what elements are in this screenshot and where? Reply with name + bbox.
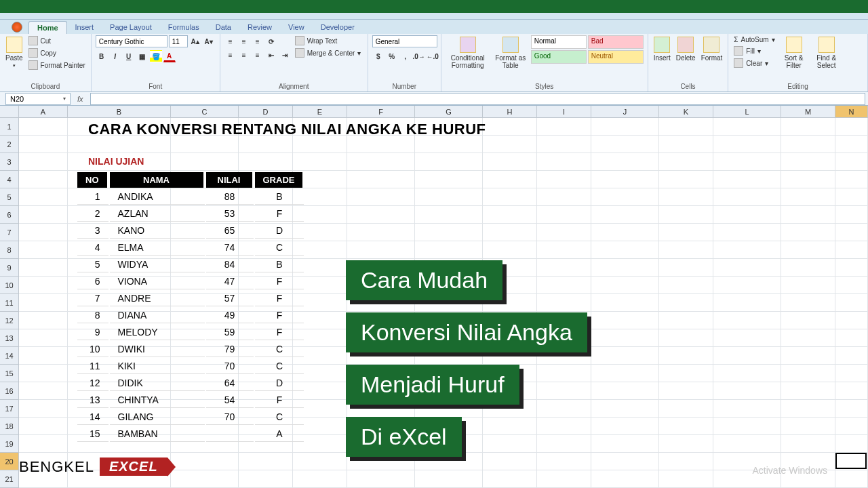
row-header-9[interactable]: 9 [0, 259, 19, 277]
cell-F3[interactable] [347, 153, 415, 171]
cell-K3[interactable] [659, 153, 713, 171]
select-all-corner[interactable] [0, 106, 19, 117]
cell-H6[interactable] [483, 206, 537, 224]
cell-N17[interactable] [835, 400, 868, 418]
cell-M6[interactable] [781, 206, 835, 224]
copy-button[interactable]: Copy [27, 47, 87, 58]
cell-N16[interactable] [835, 382, 868, 400]
cell-M13[interactable] [781, 329, 835, 347]
cell-F6[interactable] [347, 206, 415, 224]
cell-J13[interactable] [591, 329, 659, 347]
format-as-table-button[interactable]: Format as Table [493, 35, 528, 70]
col-header-J[interactable]: J [591, 106, 659, 117]
cell-A5[interactable] [19, 188, 68, 206]
cell-J1[interactable] [591, 118, 659, 136]
row-header-18[interactable]: 18 [0, 418, 19, 435]
cell-G4[interactable] [415, 171, 483, 188]
row-header-7[interactable]: 7 [0, 224, 19, 241]
cell-A11[interactable] [19, 294, 68, 312]
cell-K13[interactable] [659, 329, 713, 347]
style-bad[interactable]: Bad [588, 35, 644, 49]
cell-N9[interactable] [835, 259, 868, 277]
cell-M11[interactable] [781, 294, 835, 312]
cell-N8[interactable] [835, 241, 868, 259]
cell-C3[interactable] [171, 153, 239, 171]
row-header-12[interactable]: 12 [0, 312, 19, 329]
style-neutral[interactable]: Neutral [588, 50, 644, 64]
office-button[interactable] [5, 20, 28, 34]
row-header-11[interactable]: 11 [0, 294, 19, 312]
cell-K14[interactable] [659, 347, 713, 365]
cell-styles-gallery[interactable]: Normal Bad Good Neutral [531, 35, 644, 64]
cell-N13[interactable] [835, 329, 868, 347]
cell-L9[interactable] [713, 259, 781, 277]
cell-A8[interactable] [19, 241, 68, 259]
cell-N15[interactable] [835, 365, 868, 382]
cell-J12[interactable] [591, 312, 659, 329]
style-good[interactable]: Good [531, 50, 587, 64]
cell-N12[interactable] [835, 312, 868, 329]
cell-K17[interactable] [659, 400, 713, 418]
tab-page-layout[interactable]: Page Layout [102, 21, 160, 34]
cell-J6[interactable] [591, 206, 659, 224]
worksheet[interactable]: 123456789101112131415161718192021 CARA K… [0, 118, 868, 488]
row-header-21[interactable]: 21 [0, 470, 19, 488]
cell-E20[interactable] [293, 453, 347, 470]
cell-M18[interactable] [781, 418, 835, 435]
cell-M17[interactable] [781, 400, 835, 418]
number-format-combo[interactable] [372, 35, 437, 47]
cell-K19[interactable] [659, 435, 713, 453]
cell-H21[interactable] [483, 470, 537, 488]
cell-A3[interactable] [19, 153, 68, 171]
cell-D20[interactable] [239, 453, 293, 470]
tab-view[interactable]: View [280, 21, 313, 34]
cell-J14[interactable] [591, 347, 659, 365]
col-header-E[interactable]: E [293, 106, 347, 117]
cell-J10[interactable] [591, 277, 659, 294]
cell-N2[interactable] [835, 136, 868, 153]
row-header-14[interactable]: 14 [0, 347, 19, 365]
cell-N19[interactable] [835, 435, 868, 453]
cell-M15[interactable] [781, 365, 835, 382]
row-header-13[interactable]: 13 [0, 329, 19, 347]
cell-L16[interactable] [713, 382, 781, 400]
bold-button[interactable]: B [96, 50, 108, 62]
tab-insert[interactable]: Insert [67, 21, 102, 34]
cell-I3[interactable] [537, 153, 591, 171]
decrease-indent-button[interactable]: ⇤ [265, 49, 277, 61]
find-select-button[interactable]: Find & Select [812, 35, 842, 70]
cell-I4[interactable] [537, 171, 591, 188]
row-header-2[interactable]: 2 [0, 136, 19, 153]
italic-button[interactable]: I [109, 50, 121, 62]
font-color-button[interactable]: A [163, 50, 176, 62]
col-header-G[interactable]: G [415, 106, 483, 117]
fill-button[interactable]: Fill ▾ [732, 45, 776, 56]
align-left-button[interactable]: ≡ [224, 49, 237, 61]
paste-button[interactable]: Paste▾ [4, 35, 24, 70]
cell-L10[interactable] [713, 277, 781, 294]
col-header-K[interactable]: K [659, 106, 713, 117]
cell-K8[interactable] [659, 241, 713, 259]
tab-data[interactable]: Data [208, 21, 239, 34]
cell-A18[interactable] [19, 418, 68, 435]
cell-D3[interactable] [239, 153, 293, 171]
cell-J18[interactable] [591, 418, 659, 435]
col-header-I[interactable]: I [537, 106, 591, 117]
cell-L1[interactable] [713, 118, 781, 136]
border-button[interactable]: ▦ [136, 50, 149, 62]
cell-J7[interactable] [591, 224, 659, 241]
row-header-15[interactable]: 15 [0, 365, 19, 382]
align-top-button[interactable]: ≡ [224, 35, 237, 47]
fill-color-button[interactable]: 🪣 [150, 50, 162, 62]
cell-J19[interactable] [591, 435, 659, 453]
cell-A10[interactable] [19, 277, 68, 294]
cell-M9[interactable] [781, 259, 835, 277]
cell-K15[interactable] [659, 365, 713, 382]
cell-G3[interactable] [415, 153, 483, 171]
cell-C20[interactable] [171, 453, 239, 470]
cell-K20[interactable] [659, 453, 713, 470]
cell-L7[interactable] [713, 224, 781, 241]
cell-F21[interactable] [347, 470, 415, 488]
cell-N18[interactable] [835, 418, 868, 435]
cell-L13[interactable] [713, 329, 781, 347]
